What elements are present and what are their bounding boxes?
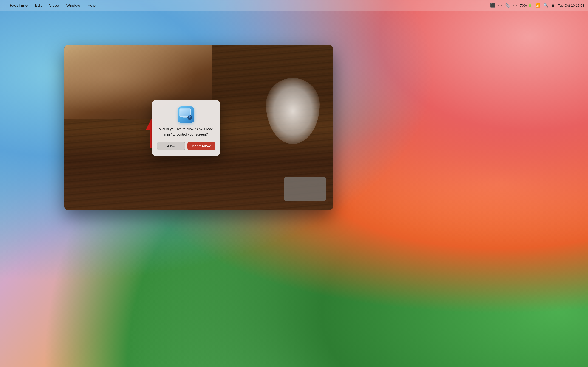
battery-indicator: 🔋	[528, 3, 532, 8]
display-icon[interactable]: ▭	[498, 3, 502, 8]
menubar-app-name[interactable]: FaceTime	[8, 2, 29, 9]
menubar-left: FaceTime Edit Video Window Help	[4, 2, 97, 9]
facetime-scene-airpods	[266, 78, 320, 144]
menubar-help[interactable]: Help	[86, 2, 97, 9]
menubar: FaceTime Edit Video Window Help ⬛ ▭ 📎 ▭ …	[0, 0, 588, 11]
datetime: Tue Oct 10 16:03	[558, 3, 584, 7]
dont-allow-button[interactable]: Don't Allow	[187, 142, 215, 150]
permission-dialog: Would you like to allow "Ankur Mac mini"…	[152, 100, 221, 156]
dialog-buttons: Allow Don't Allow	[157, 142, 215, 150]
battery-container: 70% 🔋	[520, 3, 532, 8]
dialog-app-icon	[178, 106, 194, 123]
menubar-video[interactable]: Video	[48, 2, 60, 9]
facetime-window: Would you like to allow "Ankur Mac mini"…	[64, 45, 333, 210]
facetime-thumbnail	[284, 177, 326, 201]
menubar-right: ⬛ ▭ 📎 ▭ 70% 🔋 📶 🔍 ⊞ Tue Oct 10 16:03	[490, 3, 584, 8]
wifi-icon[interactable]: 📶	[536, 3, 540, 8]
controlcenter-icon[interactable]: ⊞	[552, 3, 555, 8]
allow-button[interactable]: Allow	[157, 142, 185, 150]
svg-point-5	[189, 115, 191, 118]
search-icon[interactable]: 🔍	[544, 3, 548, 8]
battery-icon-bar[interactable]: ▭	[513, 3, 517, 8]
menubar-edit[interactable]: Edit	[34, 2, 43, 9]
screen-record-icon[interactable]: ⬛	[490, 3, 495, 8]
battery-percent: 70%	[520, 3, 527, 7]
screen-sharing-icon	[178, 106, 194, 123]
dialog-message: Would you like to allow "Ankur Mac mini"…	[157, 127, 215, 137]
menubar-window[interactable]: Window	[65, 2, 82, 9]
paperclip-icon[interactable]: 📎	[505, 3, 510, 8]
